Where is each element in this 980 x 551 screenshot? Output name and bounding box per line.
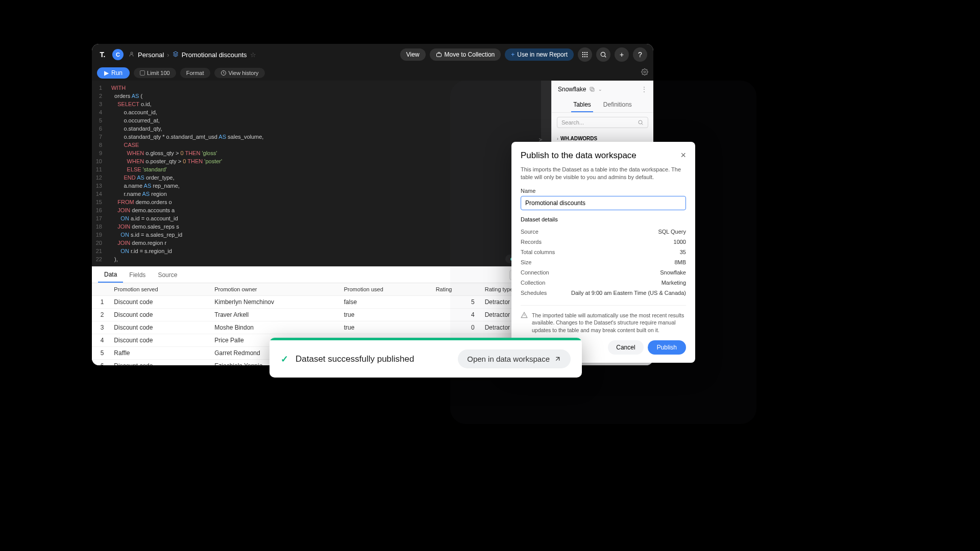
star-icon[interactable]: ☆ [250, 51, 256, 59]
svg-point-16 [639, 120, 642, 124]
breadcrumb-workspace[interactable]: Personal [138, 51, 164, 59]
svg-point-7 [586, 54, 587, 55]
svg-point-4 [586, 52, 587, 53]
svg-point-5 [582, 54, 583, 55]
svg-point-9 [584, 56, 585, 57]
help-icon[interactable]: ? [633, 47, 647, 62]
column-header[interactable]: Promotion used [339, 283, 431, 296]
detail-row: SourceSQL Query [521, 227, 686, 237]
move-to-collection-button[interactable]: Move to Collection [430, 48, 501, 61]
more-icon[interactable]: ⋮ [641, 86, 647, 93]
cancel-button[interactable]: Cancel [608, 340, 643, 355]
modal-description: This imports the Dataset as a table into… [521, 166, 686, 182]
schema-search-input[interactable]: Search... [557, 117, 648, 128]
search-icon[interactable] [596, 47, 610, 62]
apps-icon[interactable] [578, 47, 592, 62]
svg-point-0 [131, 52, 133, 54]
tab-fields[interactable]: Fields [123, 267, 152, 283]
gear-icon[interactable] [641, 68, 648, 78]
table-row[interactable]: 2Discount codeTraver Arkelltrue4Detracto… [92, 309, 551, 321]
column-header[interactable]: Promotion owner [209, 283, 338, 296]
table-row[interactable]: 1Discount codeKimberlyn Nemchinovfalse5D… [92, 296, 551, 309]
column-header[interactable]: Promotion served [109, 283, 209, 296]
modal-title: Publish to the data workspace [521, 151, 636, 161]
svg-point-6 [584, 54, 585, 55]
svg-rect-1 [436, 54, 441, 57]
detail-row: ConnectionSnowflake [521, 267, 686, 278]
app-header: T. C Personal › Promotional discounts ☆ … [92, 44, 653, 65]
tab-tables[interactable]: Tables [571, 98, 593, 112]
limit-toggle[interactable]: Limit 100 [134, 68, 176, 78]
success-toast: ✓ Dataset successfully published Open in… [270, 338, 582, 378]
app-logo-icon: T. [98, 50, 107, 59]
dataset-icon [173, 51, 179, 59]
warning-text: The imported table will automatically us… [532, 312, 686, 334]
org-avatar-icon[interactable]: C [112, 49, 124, 60]
view-history-button[interactable]: View history [214, 68, 265, 78]
warning-icon [521, 312, 528, 334]
sql-toolbar: ▶Run Limit 100 Format View history [92, 65, 653, 81]
publish-button[interactable]: Publish [648, 340, 686, 355]
detail-row: SchedulesDaily at 9:00 am Eastern Time (… [521, 288, 686, 298]
run-button[interactable]: ▶Run [97, 67, 130, 79]
tab-source[interactable]: Source [152, 267, 183, 283]
open-workspace-button[interactable]: Open in data workspace [458, 349, 571, 368]
format-button[interactable]: Format [180, 68, 210, 78]
svg-point-11 [601, 52, 605, 56]
svg-point-13 [644, 71, 646, 73]
tab-definitions[interactable]: Definitions [601, 98, 634, 112]
connection-name[interactable]: Snowflake [558, 86, 586, 93]
svg-rect-14 [590, 87, 593, 90]
view-button[interactable]: View [400, 48, 426, 61]
user-icon [129, 51, 135, 59]
use-in-report-button[interactable]: + Use in new Report [505, 48, 574, 61]
svg-point-2 [582, 52, 583, 53]
column-header[interactable]: Rating [431, 283, 480, 296]
chevron-down-icon[interactable]: ⌄ [598, 87, 602, 92]
svg-point-3 [584, 52, 585, 53]
detail-row: CollectionMarketing [521, 278, 686, 288]
details-heading: Dataset details [521, 216, 686, 222]
close-icon[interactable]: × [680, 150, 686, 161]
svg-point-10 [586, 56, 587, 57]
name-label: Name [521, 188, 686, 194]
check-icon: ✓ [281, 354, 288, 365]
detail-row: Records1000 [521, 237, 686, 247]
detail-row: Size8MB [521, 257, 686, 267]
table-row[interactable]: 3Discount codeMoshe Bindontrue0Detractor [92, 321, 551, 334]
publish-modal: Publish to the data workspace × This imp… [511, 142, 695, 363]
breadcrumb-title[interactable]: Promotional discounts [182, 51, 247, 59]
name-input[interactable] [521, 196, 686, 210]
svg-rect-15 [591, 88, 594, 91]
svg-point-8 [582, 56, 583, 57]
toast-message: Dataset successfully published [296, 354, 414, 364]
add-icon[interactable]: + [615, 47, 629, 62]
breadcrumb: Personal › Promotional discounts ☆ [129, 51, 256, 59]
sql-editor[interactable]: 12345678910111213141516171819202122 WITH… [92, 81, 551, 266]
detail-row: Total columns35 [521, 247, 686, 257]
tab-data[interactable]: Data [98, 267, 123, 283]
